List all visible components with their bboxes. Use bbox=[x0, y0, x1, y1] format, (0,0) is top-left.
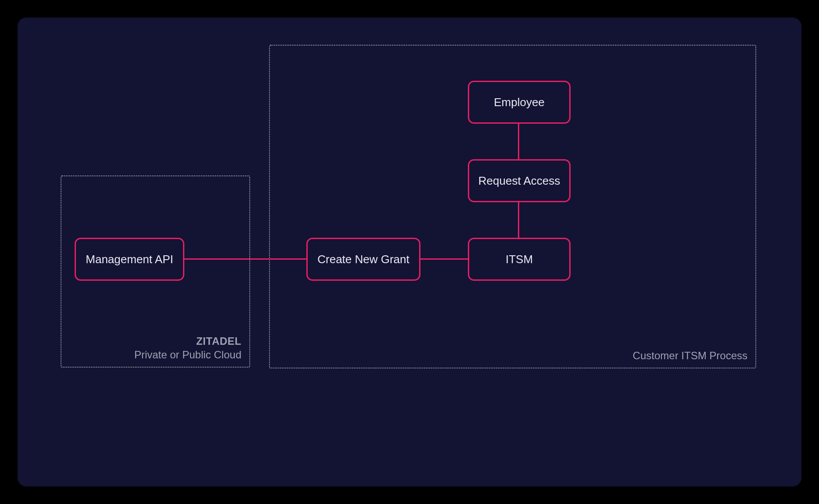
node-employee: Employee bbox=[468, 81, 571, 124]
node-itsm: ITSM bbox=[468, 238, 571, 281]
node-itsm-label: ITSM bbox=[506, 253, 533, 266]
connector-request-access-itsm bbox=[518, 201, 519, 239]
node-request-access-label: Request Access bbox=[478, 174, 560, 188]
connector-itsm-create-new-grant bbox=[420, 258, 469, 260]
container-zitadel-label: ZITADEL Private or Public Cloud bbox=[134, 334, 241, 361]
node-management-api-label: Management API bbox=[86, 253, 173, 266]
node-create-new-grant-label: Create New Grant bbox=[317, 253, 410, 266]
node-create-new-grant: Create New Grant bbox=[306, 238, 420, 281]
container-customer-itsm-label: Customer ITSM Process bbox=[633, 349, 747, 362]
container-customer-itsm-title: Customer ITSM Process bbox=[633, 349, 747, 362]
node-management-api: Management API bbox=[75, 238, 184, 281]
diagram-canvas: ZITADEL Private or Public Cloud Customer… bbox=[18, 18, 801, 486]
container-zitadel-title: ZITADEL bbox=[134, 334, 241, 348]
connector-create-new-grant-management-api bbox=[183, 258, 307, 260]
connector-employee-request-access bbox=[518, 122, 519, 160]
container-zitadel-subtitle: Private or Public Cloud bbox=[134, 348, 241, 361]
node-request-access: Request Access bbox=[468, 159, 571, 202]
node-employee-label: Employee bbox=[494, 96, 545, 109]
